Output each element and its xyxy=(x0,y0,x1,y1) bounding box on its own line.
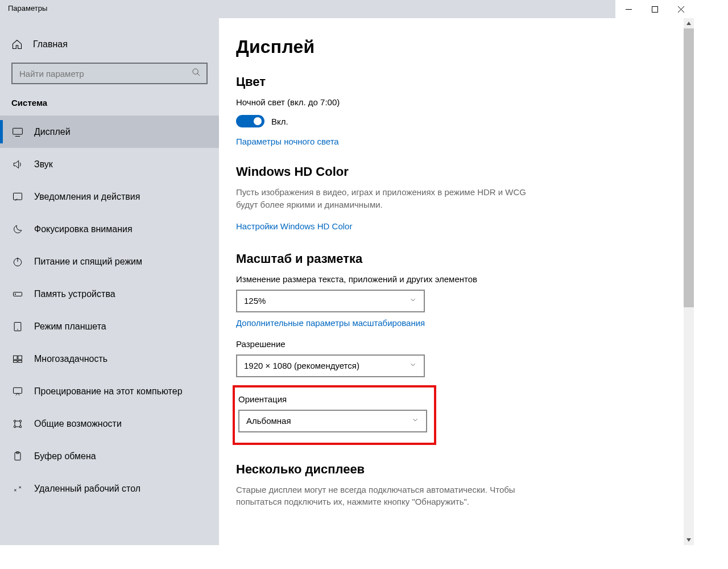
sidebar-item-label: Фокусировка внимания xyxy=(34,224,133,234)
resolution-value: 1920 × 1080 (рекомендуется) xyxy=(244,361,359,370)
sidebar-item-sound[interactable]: Звук xyxy=(0,148,219,180)
orientation-highlight: Ориентация Альбомная xyxy=(233,385,436,445)
svg-point-23 xyxy=(19,426,21,427)
shared-icon xyxy=(11,418,24,430)
chevron-down-icon xyxy=(409,296,417,306)
svg-rect-1 xyxy=(652,6,657,12)
svg-point-12 xyxy=(15,294,16,295)
chevron-down-icon xyxy=(409,361,417,370)
sidebar-item-label: Дисплей xyxy=(34,127,71,137)
svg-rect-18 xyxy=(18,360,22,362)
sidebar-item-focus-assist[interactable]: Фокусировка внимания xyxy=(0,213,219,245)
sidebar-item-label: Многозадачность xyxy=(34,354,107,364)
svg-point-20 xyxy=(14,420,15,422)
clipboard-icon xyxy=(11,450,24,463)
sidebar-item-label: Буфер обмена xyxy=(34,451,96,461)
display-icon xyxy=(11,126,24,138)
search-input[interactable] xyxy=(11,63,208,84)
resolution-label: Разрешение xyxy=(236,339,677,349)
sidebar-home[interactable]: Главная xyxy=(0,32,219,57)
sound-icon xyxy=(11,158,24,171)
notifications-icon xyxy=(11,191,24,203)
sidebar-item-label: Питание и спящий режим xyxy=(34,257,142,267)
title-bar: Параметры xyxy=(0,0,694,18)
svg-marker-26 xyxy=(686,22,691,25)
projecting-icon xyxy=(11,385,24,398)
window-title: Параметры xyxy=(8,4,47,13)
svg-rect-19 xyxy=(14,387,22,393)
svg-rect-8 xyxy=(14,193,22,200)
scrollbar-thumb[interactable] xyxy=(684,28,694,307)
scale-label: Изменение размера текста, приложений и д… xyxy=(236,274,677,284)
sidebar-item-label: Проецирование на этот компьютер xyxy=(34,386,183,397)
svg-rect-6 xyxy=(13,128,23,134)
sidebar-item-shared[interactable]: Общие возможности xyxy=(0,407,219,440)
scroll-down-arrow[interactable] xyxy=(684,535,694,545)
svg-point-22 xyxy=(14,426,15,427)
storage-icon xyxy=(11,288,24,300)
sidebar-item-projecting[interactable]: Проецирование на этот компьютер xyxy=(0,375,219,407)
sidebar-item-label: Режим планшета xyxy=(34,321,106,332)
sidebar-item-label: Звук xyxy=(34,159,53,170)
section-color: Цвет xyxy=(236,75,677,89)
orientation-label: Ориентация xyxy=(236,394,426,404)
sidebar: Главная Система Дисплей Звук xyxy=(0,18,219,545)
section-scale: Масштаб и разметка xyxy=(236,251,677,266)
svg-rect-15 xyxy=(14,356,18,360)
chevron-down-icon xyxy=(411,416,419,426)
sidebar-category: Система xyxy=(0,94,219,116)
multiple-displays-description: Старые дисплеи могут не всегда подключат… xyxy=(236,484,543,509)
section-multiple-displays: Несколько дисплеев xyxy=(236,462,677,477)
scale-value: 125% xyxy=(244,296,266,306)
svg-point-4 xyxy=(193,69,198,74)
advanced-scaling-link[interactable]: Дополнительные параметры масштабирования xyxy=(236,318,425,328)
svg-line-5 xyxy=(197,73,200,76)
sidebar-item-display[interactable]: Дисплей xyxy=(0,116,219,148)
tablet-icon xyxy=(11,320,24,333)
sidebar-item-power[interactable]: Питание и спящий режим xyxy=(0,245,219,278)
remote-icon xyxy=(11,483,24,495)
sidebar-item-tablet[interactable]: Режим планшета xyxy=(0,310,219,343)
scale-select[interactable]: 125% xyxy=(236,290,425,312)
multitasking-icon xyxy=(11,353,24,365)
svg-point-21 xyxy=(19,420,21,422)
sidebar-item-notifications[interactable]: Уведомления и действия xyxy=(0,180,219,213)
sidebar-item-label: Удаленный рабочий стол xyxy=(34,484,140,494)
night-light-toggle[interactable] xyxy=(236,115,264,127)
scroll-up-arrow[interactable] xyxy=(684,18,694,28)
orientation-value: Альбомная xyxy=(246,416,291,426)
sidebar-item-label: Общие возможности xyxy=(34,419,122,429)
sidebar-home-label: Главная xyxy=(33,39,68,50)
sidebar-item-label: Уведомления и действия xyxy=(34,192,140,202)
sidebar-item-clipboard[interactable]: Буфер обмена xyxy=(0,440,219,472)
sidebar-item-multitasking[interactable]: Многозадачность xyxy=(0,343,219,375)
moon-icon xyxy=(11,223,24,236)
sidebar-item-remote[interactable]: Удаленный рабочий стол xyxy=(0,472,219,505)
orientation-select[interactable]: Альбомная xyxy=(238,410,427,432)
svg-rect-17 xyxy=(14,360,18,362)
sidebar-item-storage[interactable]: Память устройства xyxy=(0,278,219,310)
section-hdcolor: Windows HD Color xyxy=(236,164,677,179)
svg-rect-16 xyxy=(18,356,22,360)
page-title: Дисплей xyxy=(236,36,677,57)
night-light-settings-link[interactable]: Параметры ночного света xyxy=(236,137,339,146)
close-button[interactable] xyxy=(668,0,694,18)
main-content: Дисплей Цвет Ночной свет (вкл. до 7:00) … xyxy=(219,18,694,545)
search-icon xyxy=(192,68,201,79)
maximize-button[interactable] xyxy=(642,0,668,18)
night-light-label: Ночной свет (вкл. до 7:00) xyxy=(236,97,677,107)
scrollbar[interactable] xyxy=(684,18,694,545)
home-icon xyxy=(11,39,23,50)
hdcolor-settings-link[interactable]: Настройки Windows HD Color xyxy=(236,221,352,231)
svg-marker-27 xyxy=(686,538,691,542)
sidebar-item-label: Память устройства xyxy=(34,289,115,299)
power-icon xyxy=(11,255,24,268)
minimize-button[interactable] xyxy=(615,0,642,18)
resolution-select[interactable]: 1920 × 1080 (рекомендуется) xyxy=(236,354,425,377)
hdcolor-description: Пусть изображения в видео, играх и прило… xyxy=(236,186,543,211)
toggle-state: Вкл. xyxy=(271,117,288,126)
